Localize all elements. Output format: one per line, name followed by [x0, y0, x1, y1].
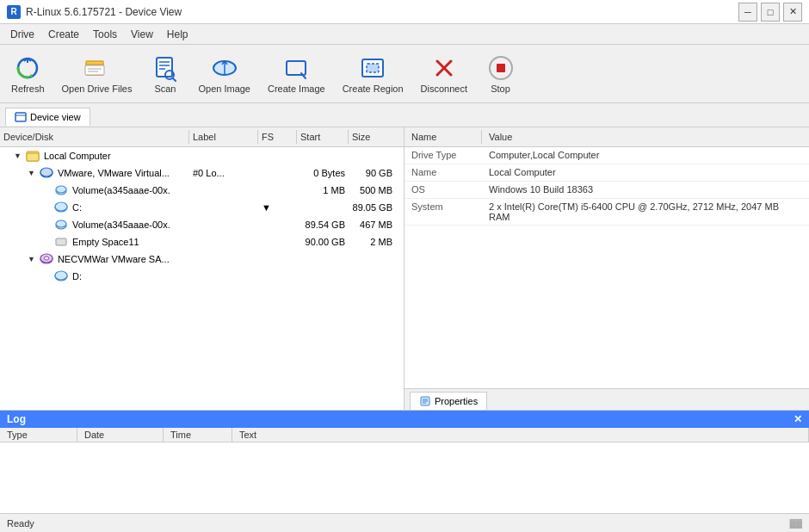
disconnect-button[interactable]: Disconnect	[413, 48, 475, 100]
tree-row[interactable]: C:▼89.05 GB	[0, 199, 404, 216]
log-col-header: TypeDateTimeText	[0, 428, 809, 442]
tree-cell-label	[189, 207, 258, 208]
tree-row-name: Local Computer	[44, 151, 111, 161]
tree-cell-size	[349, 275, 396, 277]
create-region-icon	[359, 54, 386, 82]
menu-item-drive[interactable]: Drive	[3, 27, 41, 42]
tree-row[interactable]: D:	[0, 268, 404, 285]
tree-row-name: Empty Space11	[72, 237, 139, 247]
tree-cell-size: 89.05 GB	[349, 201, 396, 213]
svg-rect-3	[85, 65, 104, 75]
open-drive-files-button[interactable]: Open Drive Files	[54, 48, 140, 100]
minimize-button[interactable]: ─	[738, 3, 757, 22]
log-header: Log ✕	[0, 411, 809, 428]
tree-row-name: C:	[72, 202, 82, 213]
status-indicator: ▓▓	[789, 518, 802, 528]
expand-arrow-icon[interactable]: ▼	[28, 255, 35, 263]
tree-row-name: NECVMWar VMware SA...	[58, 254, 170, 264]
col-header-device[interactable]: Device/Disk	[0, 130, 189, 144]
menu-item-tools[interactable]: Tools	[86, 27, 124, 42]
create-region-button[interactable]: Create Region	[335, 48, 411, 100]
col-header-label[interactable]: Label	[189, 130, 258, 144]
status-text: Ready	[7, 518, 34, 529]
property-name: Name	[404, 166, 482, 178]
tree-row-name: Volume(a345aaae-00x.	[72, 185, 170, 195]
svg-point-29	[40, 168, 52, 176]
scan-label: Scan	[154, 84, 176, 94]
property-row: OSWindows 10 Build 18363	[404, 182, 809, 199]
tree-cell-start: 90.00 GB	[297, 236, 349, 248]
open-image-button[interactable]: Open Image	[190, 48, 258, 100]
log-col-text: Text	[232, 428, 809, 442]
volume-icon	[54, 218, 68, 232]
refresh-button[interactable]: Refresh	[3, 48, 52, 100]
tree-row[interactable]: ▼Local Computer	[0, 147, 404, 164]
menu-item-help[interactable]: Help	[160, 27, 195, 42]
status-bar: Ready ▓▓	[0, 513, 809, 532]
create-image-button[interactable]: Create Image	[260, 48, 333, 100]
tree-row-name: Volume(a345aaae-00x.	[72, 220, 170, 230]
svg-rect-19	[367, 64, 379, 72]
device-tree-panel: Device/DiskLabelFSStartSize ▼Local Compu…	[0, 127, 404, 410]
stop-icon	[487, 54, 515, 82]
drive-icon	[54, 269, 68, 283]
refresh-label: Refresh	[11, 84, 45, 94]
close-button[interactable]: ✕	[783, 3, 802, 22]
tree-cell-label	[189, 224, 258, 226]
col-header-start[interactable]: Start	[297, 130, 349, 144]
toolbar: RefreshOpen Drive FilesScanOpen ImageCre…	[0, 45, 809, 103]
properties-tab-label: Properties	[435, 396, 478, 406]
log-col-type: Type	[0, 428, 77, 442]
tree-row[interactable]: Volume(a345aaae-00x.1 MB500 MB	[0, 182, 404, 199]
property-name: OS	[404, 183, 482, 195]
tree-cell-label	[189, 275, 258, 277]
col-header-size[interactable]: Size	[349, 130, 396, 144]
svg-line-11	[173, 78, 176, 81]
property-row: System2 x Intel(R) Core(TM) i5-6400 CPU …	[404, 199, 809, 226]
props-header: NameValue	[404, 127, 809, 147]
expand-arrow-icon[interactable]: ▼	[14, 152, 22, 160]
disconnect-icon	[430, 54, 458, 82]
tab-bar: Device view	[0, 103, 809, 127]
stop-button[interactable]: Stop	[477, 48, 524, 100]
tree-cell-fs	[258, 172, 297, 174]
scan-button[interactable]: Scan	[141, 48, 188, 100]
restore-button[interactable]: □	[761, 3, 780, 22]
tree-cell-size: 90 GB	[349, 167, 396, 179]
tree-cell-label	[189, 189, 258, 191]
prop-col-value: Value	[482, 130, 809, 144]
tree-cell-fs	[258, 155, 297, 157]
props-tab-bar: Properties	[404, 388, 809, 410]
log-close-btn[interactable]: ✕	[794, 413, 802, 425]
log-body	[0, 442, 809, 513]
property-name: Drive Type	[404, 149, 482, 161]
log-panel: Log ✕ TypeDateTimeText	[0, 410, 809, 513]
title-left: R R-Linux 5.6.175721 - Device View	[7, 5, 182, 19]
tree-cell-fs	[258, 189, 297, 191]
scan-icon	[151, 54, 179, 82]
svg-point-35	[56, 220, 66, 227]
tree-row[interactable]: ▼VMware, VMware Virtual...#0 Lo...0 Byte…	[0, 164, 404, 182]
stop-label: Stop	[491, 84, 510, 94]
disconnect-label: Disconnect	[421, 84, 467, 94]
tab-device-view[interactable]: Device view	[5, 108, 90, 126]
menu-item-view[interactable]: View	[124, 27, 160, 42]
expand-arrow-icon[interactable]: ▼	[28, 169, 35, 177]
tree-cell-label	[189, 155, 258, 157]
col-header-fs[interactable]: FS	[258, 130, 297, 144]
title-bar: R R-Linux 5.6.175721 - Device View ─ □ ✕	[0, 0, 809, 24]
title-buttons: ─ □ ✕	[738, 3, 802, 22]
tree-cell-size: 2 MB	[349, 236, 396, 248]
tree-row-name: VMware, VMware Virtual...	[58, 168, 170, 178]
menu-item-create[interactable]: Create	[41, 27, 86, 42]
tree-row[interactable]: ▼NECVMWar VMware SA...	[0, 251, 404, 268]
svg-rect-36	[56, 238, 66, 245]
tree-row[interactable]: Empty Space1190.00 GB2 MB	[0, 233, 404, 251]
properties-tab[interactable]: Properties	[410, 392, 487, 410]
prop-col-name: Name	[404, 130, 482, 144]
tree-cell-start: 1 MB	[297, 184, 349, 196]
create-image-icon	[282, 54, 310, 82]
tree-row[interactable]: Volume(a345aaae-00x.89.54 GB467 MB	[0, 216, 404, 233]
app-icon: R	[7, 5, 21, 19]
tree-cell-label	[189, 258, 258, 260]
